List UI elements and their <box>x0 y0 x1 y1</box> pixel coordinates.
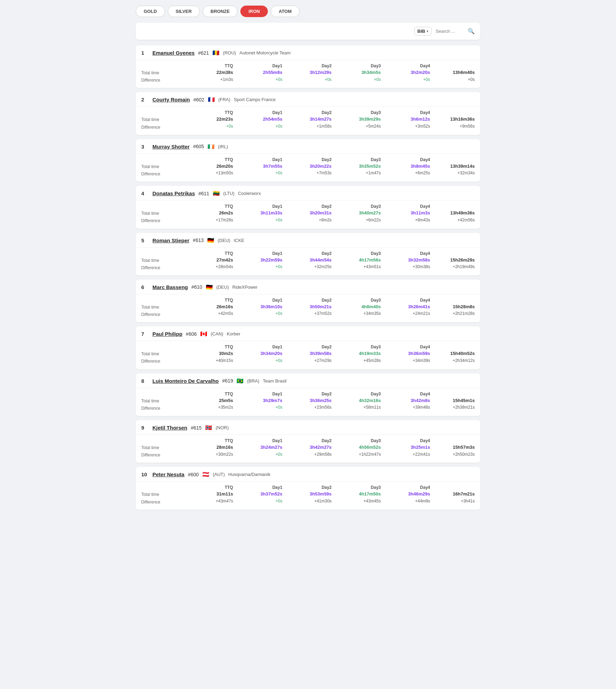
col-header-day3: Day3 <box>335 438 384 443</box>
difference-label: Difference <box>141 265 187 271</box>
difference-label: Difference <box>141 452 187 459</box>
ttq-value: 26m2s <box>219 210 233 217</box>
ttq-cell: 31m11s+43m47s <box>187 491 236 505</box>
search-button[interactable]: 🔍 <box>468 28 475 35</box>
day2-value: 3h39m58s <box>310 350 332 357</box>
row-labels: Total timeDifference <box>141 210 187 224</box>
col-header-day2: Day2 <box>285 392 334 396</box>
day3-value: 4h17m56s <box>359 257 381 264</box>
total-value: 15h57m3s <box>453 444 475 451</box>
difference-label: Difference <box>141 124 187 131</box>
riders-list: 1Emanuel Gyenes #621🇷🇴(ROU)Autonet Motor… <box>136 45 480 510</box>
flag-icon: 🇱🇹 <box>213 190 220 197</box>
rider-name[interactable]: Peter Nesuta <box>152 471 185 477</box>
row-labels: Total timeDifference <box>141 303 187 318</box>
rider-name[interactable]: Murray Shotter <box>152 144 190 150</box>
rider-name[interactable]: Kjetil Thorsen <box>152 425 187 431</box>
times-grid: TTQDay1Day2Day3Day4Total timeDifference2… <box>136 388 480 416</box>
rider-header: 1Emanuel Gyenes #621🇷🇴(ROU)Autonet Motor… <box>136 45 480 60</box>
day2-cell: 3h12m29s+0s <box>285 69 334 84</box>
bib-select[interactable]: BIB ▾ <box>414 27 431 36</box>
rider-header: 4Donatas Petrikas #611🇱🇹(LTU)Coolerworx <box>136 186 480 200</box>
times-grid: TTQDay1Day2Day3Day4Total timeDifference2… <box>136 60 480 88</box>
col-header-day1: Day1 <box>236 204 285 209</box>
col-header-day4: Day4 <box>384 298 433 303</box>
day2-diff: +27m29s <box>314 357 332 364</box>
empty-label <box>141 485 187 490</box>
total-cell: 15h28m8s+2h21m28s <box>433 303 475 318</box>
ttq-value: 26m16s <box>216 303 233 310</box>
col-header-day1: Day1 <box>236 392 285 396</box>
search-input[interactable] <box>436 29 464 34</box>
ttq-cell: 30m2s+40m15s <box>187 350 236 365</box>
total-diff: +32m34s <box>457 170 475 176</box>
tab-bronze[interactable]: BRONZE <box>203 6 238 17</box>
empty-label <box>141 157 187 162</box>
row-labels: Total timeDifference <box>141 163 187 177</box>
day1-value: 3h37m52s <box>261 491 283 498</box>
country-code: (AUT) <box>213 472 225 477</box>
rider-bib: #621 <box>198 50 209 56</box>
col-header-day4: Day4 <box>384 251 433 256</box>
day4-diff: +0s <box>423 76 430 83</box>
tab-silver[interactable]: SILVER <box>168 6 200 17</box>
col-header-ttq: TTQ <box>187 392 236 396</box>
day2-cell: 3h20m22s+7m53s <box>285 163 334 177</box>
row-labels: Total timeDifference <box>141 116 187 130</box>
day1-cell: 3h29m7s+0s <box>236 397 285 412</box>
rider-name[interactable]: Paul Philipp <box>152 331 182 337</box>
day2-value: 3h12m29s <box>310 69 332 76</box>
day3-value: 3h35m52s <box>359 163 381 170</box>
day1-diff: +0s <box>276 451 283 457</box>
rider-name[interactable]: Marc Basseng <box>152 284 188 290</box>
difference-label: Difference <box>141 311 187 318</box>
day2-diff: +41m30s <box>314 498 332 504</box>
day4-diff: +22m41s <box>413 451 430 457</box>
rank-number: 2 <box>141 97 149 103</box>
flag-icon: 🇳🇴 <box>205 424 212 431</box>
rider-card: 10Peter Nesuta #600🇦🇹(AUT)Husqvarna/Dami… <box>136 467 480 509</box>
day1-value: 3h22m59s <box>261 257 283 264</box>
tab-iron[interactable]: IRON <box>240 6 268 17</box>
day3-value: 3h40m27s <box>359 210 381 217</box>
rider-name[interactable]: Emanuel Gyenes <box>152 50 195 56</box>
tab-atom[interactable]: ATOM <box>271 6 300 17</box>
day2-diff: +23m56s <box>314 404 332 410</box>
wide-search-input[interactable] <box>141 29 410 34</box>
ttq-diff: +42m5s <box>218 310 233 317</box>
total-time-label: Total time <box>141 70 187 76</box>
day2-value: 3h20m31s <box>310 210 332 217</box>
col-header-total <box>433 63 475 68</box>
tab-gold[interactable]: GOLD <box>136 6 165 17</box>
times-grid: TTQDay1Day2Day3Day4Total timeDifference2… <box>136 154 480 182</box>
rank-number: 10 <box>141 471 149 477</box>
rider-name[interactable]: Courty Romain <box>152 97 190 103</box>
ttq-cell: 25m5s+35m2s <box>187 397 236 412</box>
day2-diff: +0s <box>325 76 332 83</box>
total-cell: 13h16m36s+9m56s <box>433 116 475 130</box>
day2-diff: +7m53s <box>317 170 332 176</box>
day2-diff: +29m58s <box>314 451 332 457</box>
rider-name[interactable]: Donatas Petrikas <box>152 190 195 196</box>
total-time-label: Total time <box>141 116 187 123</box>
flag-icon: 🇧🇷 <box>236 378 243 384</box>
country-code: (NOR) <box>216 425 229 430</box>
col-header-ttq: TTQ <box>187 63 236 68</box>
col-header-total <box>433 344 475 349</box>
times-grid: TTQDay1Day2Day3Day4Total timeDifference2… <box>136 435 480 463</box>
day3-cell: 4h17m50s+43m45s <box>335 491 384 505</box>
day1-value: 2h54m5s <box>263 116 283 123</box>
rider-name[interactable]: Roman Stieper <box>152 237 189 243</box>
day4-value: 3h36m59s <box>408 350 430 357</box>
rider-name[interactable]: Luis Monteiro De Carvalho <box>152 378 219 384</box>
day3-cell: 4h32m16s+58m11s <box>335 397 384 412</box>
total-time-label: Total time <box>141 398 187 404</box>
col-header-ttq: TTQ <box>187 157 236 162</box>
empty-label <box>141 251 187 256</box>
day3-value: 4h8m40s <box>361 303 381 310</box>
day2-cell: 3h44m54s+32m25s <box>285 257 334 271</box>
day1-value: 3h7m55s <box>263 163 283 170</box>
day4-value: 3h46m29s <box>408 491 430 498</box>
flag-icon: 🇫🇷 <box>208 96 215 103</box>
total-value: 13h6m40s <box>453 69 475 76</box>
